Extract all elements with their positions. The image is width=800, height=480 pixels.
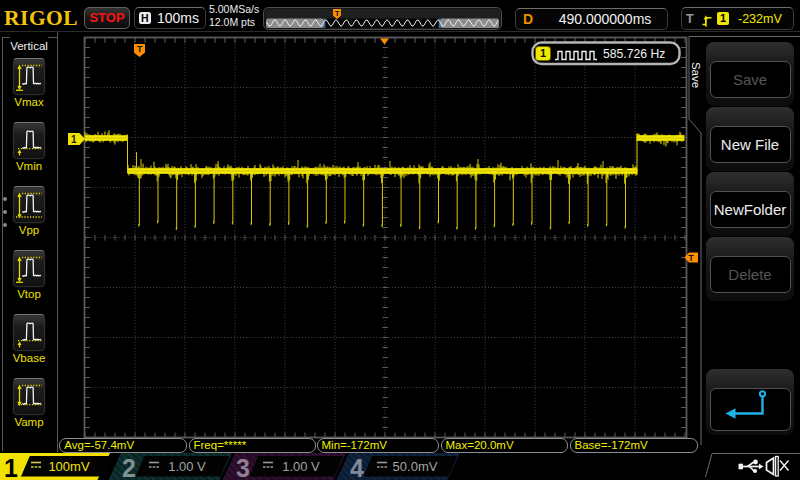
svg-text:T: T <box>335 9 340 18</box>
svg-text:585.726 Hz: 585.726 Hz <box>603 47 665 61</box>
svg-text:T: T <box>137 43 143 54</box>
svg-text:1: 1 <box>71 134 77 145</box>
svg-text:1: 1 <box>540 47 546 59</box>
